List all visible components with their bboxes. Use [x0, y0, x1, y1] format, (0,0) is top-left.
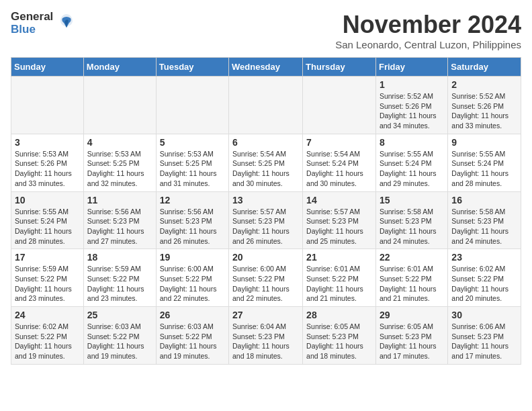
- calendar-cell: 28Sunrise: 6:05 AM Sunset: 5:23 PM Dayli…: [303, 307, 376, 365]
- day-number: 19: [160, 252, 225, 263]
- day-number: 5: [160, 137, 225, 148]
- day-number: 14: [306, 195, 372, 205]
- day-number: 8: [380, 137, 444, 148]
- calendar-cell: 18Sunrise: 5:59 AM Sunset: 5:22 PM Dayli…: [83, 249, 156, 307]
- day-number: 26: [160, 310, 225, 320]
- calendar-cell: 24Sunrise: 6:02 AM Sunset: 5:22 PM Dayli…: [11, 307, 84, 365]
- day-number: 30: [451, 310, 517, 320]
- calendar-cell: 6Sunrise: 5:54 AM Sunset: 5:25 PM Daylig…: [229, 134, 303, 191]
- day-number: 9: [451, 137, 517, 148]
- day-info: Sunrise: 5:57 AM Sunset: 5:23 PM Dayligh…: [306, 207, 372, 246]
- day-number: 27: [232, 310, 299, 320]
- day-number: 13: [232, 195, 299, 205]
- day-info: Sunrise: 5:52 AM Sunset: 5:26 PM Dayligh…: [380, 91, 444, 131]
- day-number: 12: [160, 195, 225, 205]
- calendar-cell: 16Sunrise: 5:58 AM Sunset: 5:23 PM Dayli…: [448, 191, 521, 249]
- calendar-cell: 1Sunrise: 5:52 AM Sunset: 5:26 PM Daylig…: [375, 77, 447, 134]
- day-info: Sunrise: 6:05 AM Sunset: 5:23 PM Dayligh…: [380, 322, 444, 361]
- day-info: Sunrise: 6:01 AM Sunset: 5:22 PM Dayligh…: [380, 264, 444, 304]
- week-row-4: 17Sunrise: 5:59 AM Sunset: 5:22 PM Dayli…: [11, 249, 521, 307]
- calendar-cell: [156, 77, 228, 134]
- logo-bird-icon: [57, 11, 76, 33]
- day-number: 25: [87, 310, 152, 320]
- day-number: 6: [232, 137, 299, 148]
- weekday-header-friday: Friday: [375, 58, 447, 77]
- day-info: Sunrise: 5:53 AM Sunset: 5:25 PM Dayligh…: [87, 149, 152, 189]
- calendar-cell: [303, 77, 376, 134]
- weekday-header-saturday: Saturday: [448, 58, 521, 77]
- calendar-cell: 15Sunrise: 5:58 AM Sunset: 5:23 PM Dayli…: [375, 191, 447, 249]
- day-number: 18: [87, 252, 152, 263]
- month-title: November 2024: [335, 11, 521, 39]
- day-number: 10: [15, 195, 80, 205]
- calendar-cell: 25Sunrise: 6:03 AM Sunset: 5:22 PM Dayli…: [83, 307, 156, 365]
- weekday-header-row: SundayMondayTuesdayWednesdayThursdayFrid…: [11, 58, 521, 77]
- day-info: Sunrise: 6:00 AM Sunset: 5:22 PM Dayligh…: [232, 264, 299, 304]
- calendar-cell: 7Sunrise: 5:54 AM Sunset: 5:24 PM Daylig…: [303, 134, 376, 191]
- day-number: 3: [15, 137, 80, 148]
- day-number: 21: [306, 252, 372, 263]
- day-number: 20: [232, 252, 299, 263]
- calendar-cell: [11, 77, 84, 134]
- day-number: 16: [451, 195, 517, 205]
- day-info: Sunrise: 6:01 AM Sunset: 5:22 PM Dayligh…: [306, 264, 372, 304]
- calendar-cell: 13Sunrise: 5:57 AM Sunset: 5:23 PM Dayli…: [229, 191, 303, 249]
- calendar-cell: 4Sunrise: 5:53 AM Sunset: 5:25 PM Daylig…: [83, 134, 156, 191]
- calendar-cell: 8Sunrise: 5:55 AM Sunset: 5:24 PM Daylig…: [375, 134, 447, 191]
- day-number: 17: [15, 252, 80, 263]
- calendar-cell: 9Sunrise: 5:55 AM Sunset: 5:24 PM Daylig…: [448, 134, 521, 191]
- day-number: 7: [306, 137, 372, 148]
- day-number: 23: [451, 252, 517, 263]
- calendar-cell: 23Sunrise: 6:02 AM Sunset: 5:22 PM Dayli…: [448, 249, 521, 307]
- day-info: Sunrise: 5:53 AM Sunset: 5:26 PM Dayligh…: [15, 149, 80, 189]
- day-info: Sunrise: 5:55 AM Sunset: 5:24 PM Dayligh…: [15, 207, 80, 246]
- calendar-cell: 22Sunrise: 6:01 AM Sunset: 5:22 PM Dayli…: [375, 249, 447, 307]
- day-info: Sunrise: 6:04 AM Sunset: 5:23 PM Dayligh…: [232, 322, 299, 361]
- week-row-5: 24Sunrise: 6:02 AM Sunset: 5:22 PM Dayli…: [11, 307, 521, 365]
- calendar-cell: 3Sunrise: 5:53 AM Sunset: 5:26 PM Daylig…: [11, 134, 84, 191]
- calendar-cell: [229, 77, 303, 134]
- day-info: Sunrise: 5:53 AM Sunset: 5:25 PM Dayligh…: [160, 149, 225, 189]
- title-section: November 2024 San Leonardo, Central Luzo…: [335, 11, 521, 50]
- calendar-cell: 11Sunrise: 5:56 AM Sunset: 5:23 PM Dayli…: [83, 191, 156, 249]
- day-info: Sunrise: 6:06 AM Sunset: 5:23 PM Dayligh…: [451, 322, 517, 361]
- day-number: 2: [451, 79, 517, 90]
- calendar-table: SundayMondayTuesdayWednesdayThursdayFrid…: [11, 57, 521, 365]
- day-info: Sunrise: 6:03 AM Sunset: 5:22 PM Dayligh…: [160, 322, 225, 361]
- weekday-header-thursday: Thursday: [303, 58, 376, 77]
- calendar-cell: 2Sunrise: 5:52 AM Sunset: 5:26 PM Daylig…: [448, 77, 521, 134]
- day-info: Sunrise: 5:54 AM Sunset: 5:25 PM Dayligh…: [232, 149, 299, 189]
- day-info: Sunrise: 5:58 AM Sunset: 5:23 PM Dayligh…: [451, 207, 517, 246]
- day-number: 29: [380, 310, 444, 320]
- day-number: 15: [380, 195, 444, 205]
- calendar-cell: 17Sunrise: 5:59 AM Sunset: 5:22 PM Dayli…: [11, 249, 84, 307]
- day-number: 1: [380, 79, 444, 90]
- day-info: Sunrise: 6:00 AM Sunset: 5:22 PM Dayligh…: [160, 264, 225, 304]
- day-number: 4: [87, 137, 152, 148]
- day-info: Sunrise: 5:55 AM Sunset: 5:24 PM Dayligh…: [451, 149, 517, 189]
- day-info: Sunrise: 5:56 AM Sunset: 5:23 PM Dayligh…: [87, 207, 152, 246]
- day-info: Sunrise: 6:02 AM Sunset: 5:22 PM Dayligh…: [451, 264, 517, 304]
- day-info: Sunrise: 5:55 AM Sunset: 5:24 PM Dayligh…: [380, 149, 444, 189]
- day-number: 22: [380, 252, 444, 263]
- calendar-cell: 26Sunrise: 6:03 AM Sunset: 5:22 PM Dayli…: [156, 307, 228, 365]
- day-info: Sunrise: 5:56 AM Sunset: 5:23 PM Dayligh…: [160, 207, 225, 246]
- day-info: Sunrise: 5:58 AM Sunset: 5:23 PM Dayligh…: [380, 207, 444, 246]
- week-row-2: 3Sunrise: 5:53 AM Sunset: 5:26 PM Daylig…: [11, 134, 521, 191]
- day-info: Sunrise: 5:57 AM Sunset: 5:23 PM Dayligh…: [232, 207, 299, 246]
- calendar-cell: 14Sunrise: 5:57 AM Sunset: 5:23 PM Dayli…: [303, 191, 376, 249]
- day-number: 24: [15, 310, 80, 320]
- calendar-cell: 12Sunrise: 5:56 AM Sunset: 5:23 PM Dayli…: [156, 191, 228, 249]
- day-number: 28: [306, 310, 372, 320]
- calendar-cell: [83, 77, 156, 134]
- calendar-cell: 10Sunrise: 5:55 AM Sunset: 5:24 PM Dayli…: [11, 191, 84, 249]
- calendar-cell: 30Sunrise: 6:06 AM Sunset: 5:23 PM Dayli…: [448, 307, 521, 365]
- calendar-cell: 21Sunrise: 6:01 AM Sunset: 5:22 PM Dayli…: [303, 249, 376, 307]
- day-info: Sunrise: 6:02 AM Sunset: 5:22 PM Dayligh…: [15, 322, 80, 361]
- day-info: Sunrise: 5:59 AM Sunset: 5:22 PM Dayligh…: [87, 264, 152, 304]
- logo-blue: Blue: [11, 24, 53, 36]
- calendar-cell: 27Sunrise: 6:04 AM Sunset: 5:23 PM Dayli…: [229, 307, 303, 365]
- logo: General Blue: [11, 11, 76, 36]
- weekday-header-wednesday: Wednesday: [229, 58, 303, 77]
- header: General Blue November 2024 San Leonardo,…: [11, 11, 521, 50]
